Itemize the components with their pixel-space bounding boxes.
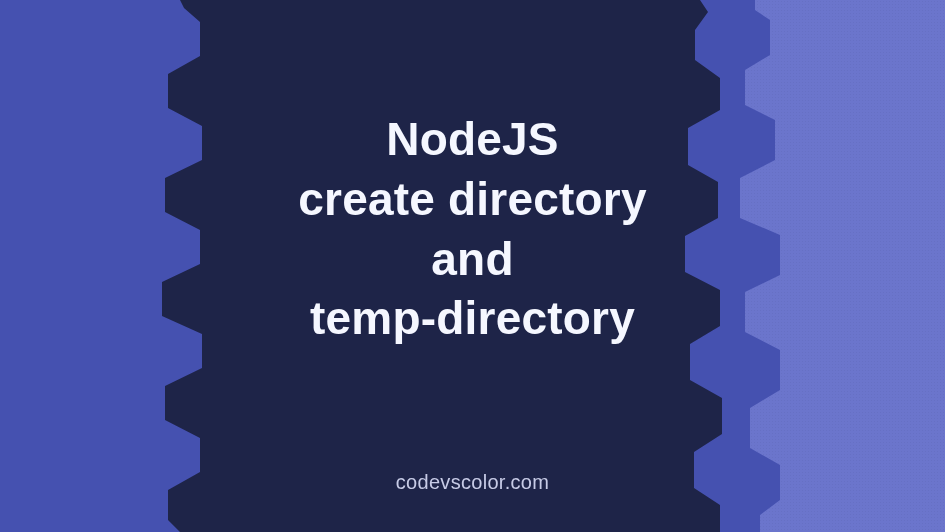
site-watermark: codevscolor.com [396,471,549,494]
title-line-1: NodeJS [193,110,753,170]
title-line-2: create directory [193,170,753,230]
hero-title: NodeJS create directory and temp-directo… [193,110,753,349]
title-line-3: and [193,230,753,290]
title-line-4: temp-directory [193,289,753,349]
